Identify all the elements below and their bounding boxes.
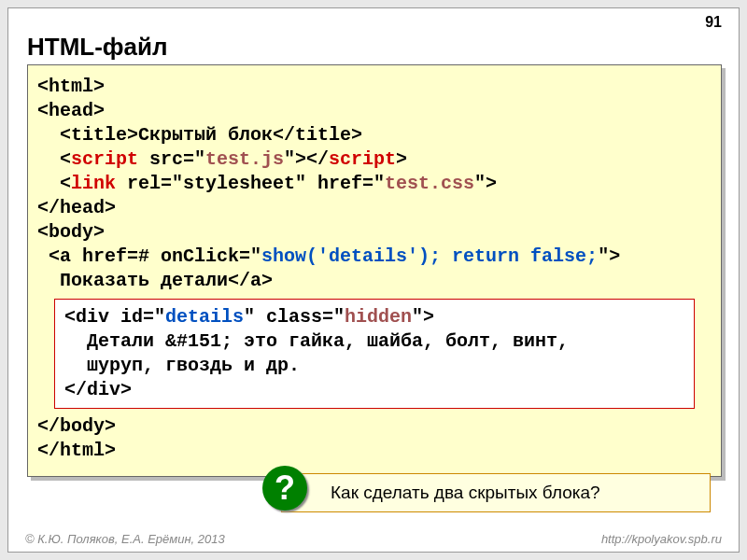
question-box: Как сделать два скрытых блока? — [281, 473, 711, 512]
code-block: <html> <head> <title>Скрытый блок</title… — [27, 64, 722, 477]
footer: © К.Ю. Поляков, Е.А. Ерёмин, 2013 http:/… — [25, 532, 722, 546]
code-line: <html> — [37, 75, 712, 99]
code-line: <div id="details" class="hidden"> — [64, 305, 684, 329]
inner-code-block: <div id="details" class="hidden"> Детали… — [54, 299, 695, 409]
footer-right: http://kpolyakov.spb.ru — [601, 532, 722, 546]
code-line: Детали &#151; это гайка, шайба, болт, ви… — [64, 329, 684, 354]
code-line: </html> — [37, 439, 712, 463]
question-icon: ? — [262, 466, 307, 511]
code-line: <link rel="stylesheet" href="test.css"> — [37, 172, 712, 196]
code-line: </body> — [37, 414, 712, 439]
code-line: </div> — [64, 378, 684, 402]
code-line: <body> — [37, 220, 712, 245]
code-line: Показать детали</a> — [37, 269, 712, 293]
slide: 91 HTML-файл <html> <head> <title>Скрыты… — [7, 7, 740, 553]
code-line: <title>Скрытый блок</title> — [37, 123, 712, 147]
page-number: 91 — [705, 14, 722, 31]
code-line: <head> — [37, 99, 712, 123]
page-title: HTML-файл — [27, 33, 168, 62]
code-line: <script src="test.js"></script> — [37, 147, 712, 172]
footer-left: © К.Ю. Поляков, Е.А. Ерёмин, 2013 — [25, 532, 225, 546]
code-line: <a href=# onClick="show('details'); retu… — [37, 245, 712, 269]
question-text: Как сделать два скрытых блока? — [331, 483, 600, 503]
code-line: </head> — [37, 196, 712, 220]
code-line: шуруп, гвоздь и др. — [64, 354, 684, 378]
